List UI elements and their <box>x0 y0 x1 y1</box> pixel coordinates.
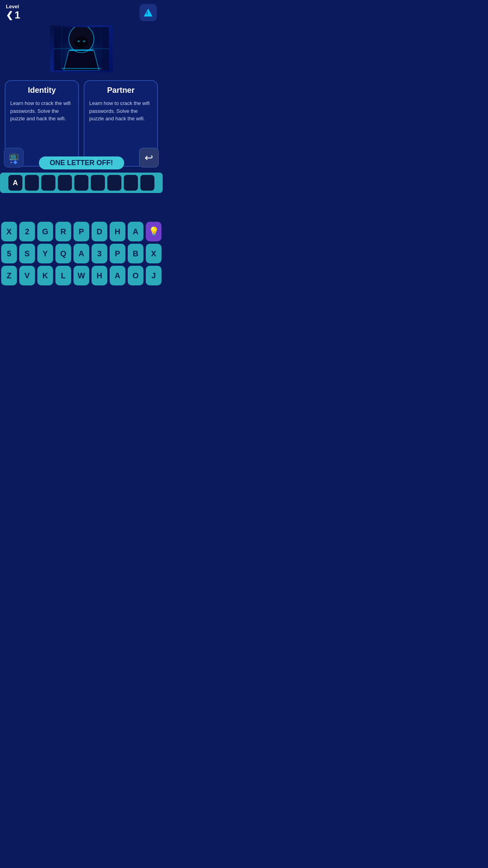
svg-point-11 <box>74 36 88 48</box>
back-row: ❮ 1 <box>6 9 20 21</box>
key-w[interactable]: W <box>73 266 89 285</box>
key-3[interactable]: 3 <box>92 244 107 263</box>
card-partner-body: Learn how to crack the wifi passwords. S… <box>89 99 152 123</box>
key-a3[interactable]: A <box>110 266 125 285</box>
card-identity-title: Identity <box>10 86 73 95</box>
keyboard-row-2: 5 S Y Q A 3 P B X <box>2 244 160 263</box>
key-v[interactable]: V <box>19 266 35 285</box>
card-identity-body: Learn how to crack the wifi passwords. S… <box>10 99 73 123</box>
key-j[interactable]: J <box>146 266 161 285</box>
key-k[interactable]: K <box>37 266 53 285</box>
keyboard-row-1: X 2 G R P D H A 💡 <box>2 222 160 241</box>
key-x2[interactable]: X <box>146 244 161 263</box>
letter-box-4 <box>74 175 88 191</box>
hint-button[interactable]: 💡 <box>146 222 161 241</box>
key-l[interactable]: L <box>55 266 71 285</box>
key-5[interactable]: 5 <box>1 244 17 263</box>
header: Level ❮ 1 <box>0 0 163 25</box>
key-y[interactable]: Y <box>37 244 53 263</box>
letter-box-6 <box>107 175 121 191</box>
key-h2[interactable]: H <box>92 266 107 285</box>
key-p[interactable]: P <box>73 222 89 241</box>
hacker-illustration <box>54 27 109 70</box>
letter-box-3 <box>58 175 72 191</box>
info-icon <box>144 9 152 17</box>
keyboard: X 2 G R P D H A 💡 5 S Y Q A 3 P B X Z V … <box>0 219 163 289</box>
key-b[interactable]: B <box>128 244 143 263</box>
status-banner: ONE LETTER OFF! <box>39 156 124 169</box>
key-o[interactable]: O <box>128 266 143 285</box>
key-d[interactable]: D <box>92 222 107 241</box>
key-x[interactable]: X <box>1 222 17 241</box>
letter-box-1 <box>25 175 39 191</box>
hero-image <box>50 25 113 72</box>
svg-point-13 <box>83 40 85 42</box>
key-s[interactable]: S <box>19 244 35 263</box>
key-z[interactable]: Z <box>1 266 17 285</box>
svg-marker-14 <box>64 51 99 70</box>
svg-point-12 <box>77 40 80 42</box>
letter-box-0: A <box>8 175 22 191</box>
card-partner-title: Partner <box>89 86 152 95</box>
letter-boxes: A <box>0 173 163 193</box>
info-button[interactable] <box>139 4 157 21</box>
back-level-group: Level ❮ 1 <box>6 4 20 21</box>
key-p2[interactable]: P <box>110 244 125 263</box>
letter-box-2 <box>41 175 55 191</box>
key-q[interactable]: Q <box>55 244 71 263</box>
back-button[interactable]: ❮ <box>6 10 13 20</box>
keyboard-row-3: Z V K L W H A O J <box>2 266 160 285</box>
letter-box-8 <box>140 175 154 191</box>
key-a2[interactable]: A <box>73 244 89 263</box>
key-2[interactable]: 2 <box>19 222 35 241</box>
level-number: 1 <box>15 9 20 21</box>
key-a[interactable]: A <box>128 222 143 241</box>
letter-box-5 <box>91 175 105 191</box>
key-g[interactable]: G <box>37 222 53 241</box>
letter-box-7 <box>124 175 138 191</box>
level-label: Level <box>6 4 19 9</box>
word-area: ONE LETTER OFF! A <box>0 156 163 193</box>
hero-section <box>0 25 163 72</box>
key-h[interactable]: H <box>110 222 125 241</box>
hint-bulb-icon: 💡 <box>149 226 159 237</box>
key-r[interactable]: R <box>55 222 71 241</box>
